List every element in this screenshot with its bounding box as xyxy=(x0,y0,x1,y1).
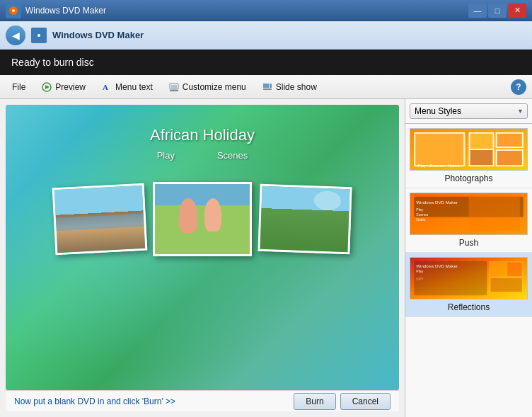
svg-rect-22 xyxy=(497,151,522,165)
landscape-thumbnail xyxy=(260,186,349,252)
svg-point-1 xyxy=(12,9,15,12)
svg-rect-17 xyxy=(470,134,493,149)
status-message: Now put a blank DVD in and click 'Burn' … xyxy=(14,396,175,406)
cancel-button[interactable]: Cancel xyxy=(340,393,391,410)
styles-list[interactable]: Play · Scenes · Notes Photographs xyxy=(405,124,532,417)
svg-text:Windows DVD Maker: Windows DVD Maker xyxy=(416,264,458,268)
movie-title: African Holiday xyxy=(150,126,255,144)
slide-show-button[interactable]: Slide show xyxy=(255,79,323,96)
svg-rect-15 xyxy=(415,134,463,165)
burn-button[interactable]: Burn xyxy=(294,393,335,410)
help-icon: ? xyxy=(516,82,521,92)
nav-bar: ◀ Windows DVD Maker xyxy=(0,21,532,50)
file-menu[interactable]: File xyxy=(6,79,32,95)
close-button[interactable]: ✕ xyxy=(508,4,526,18)
photographs-preview: Play · Scenes · Notes xyxy=(410,129,527,170)
svg-text:Notes: Notes xyxy=(416,217,426,222)
preview-area: African Holiday Play Scenes xyxy=(0,99,405,417)
file-label: File xyxy=(12,82,25,92)
svg-text:Scenes: Scenes xyxy=(416,212,429,217)
bottom-status: Now put a blank DVD in and click 'Burn' … xyxy=(6,390,399,411)
svg-text:Play: Play xyxy=(416,269,424,273)
menu-buttons: Play Scenes xyxy=(157,150,248,161)
maximize-button[interactable]: □ xyxy=(488,4,507,18)
svg-text:A: A xyxy=(103,83,108,91)
reflections-label: Reflections xyxy=(410,302,528,312)
svg-rect-38 xyxy=(507,263,522,276)
slide-show-label: Slide show xyxy=(276,82,317,92)
dvd-icon xyxy=(31,28,47,43)
svg-rect-37 xyxy=(490,263,505,276)
style-item-reflections[interactable]: Windows DVD Maker Play Play Reflections xyxy=(405,253,532,317)
slide-show-icon xyxy=(262,81,273,93)
svg-rect-10 xyxy=(263,84,269,88)
back-arrow-icon: ◀ xyxy=(12,30,20,41)
style-item-push[interactable]: Windows DVD Maker Play Scenes Notes Push xyxy=(405,188,532,253)
style-select-wrapper: Menu Styles xyxy=(410,103,528,119)
app-icon xyxy=(6,3,21,18)
preview-label: Preview xyxy=(55,82,86,92)
photographs-thumbnail: Play · Scenes · Notes xyxy=(410,128,528,171)
main-window: ◀ Windows DVD Maker Ready to burn disc F… xyxy=(0,21,532,417)
minimize-button[interactable]: — xyxy=(468,4,487,18)
menu-styles-select[interactable]: Menu Styles xyxy=(410,103,528,119)
help-button[interactable]: ? xyxy=(511,79,526,95)
customize-menu-label: Customize menu xyxy=(183,82,246,92)
window-controls: — □ ✕ xyxy=(468,4,526,18)
svg-rect-18 xyxy=(470,150,493,165)
thumbnail-2 xyxy=(153,182,252,256)
svg-text:Play: Play xyxy=(416,277,424,281)
ready-status: Ready to burn disc xyxy=(11,57,94,68)
style-item-photographs[interactable]: Play · Scenes · Notes Photographs xyxy=(405,124,532,188)
svg-text:Windows DVD Maker: Windows DVD Maker xyxy=(416,201,458,205)
customize-menu-button[interactable]: Customize menu xyxy=(162,79,253,96)
push-thumbnail: Windows DVD Maker Play Scenes Notes xyxy=(410,193,528,235)
thumbnail-1 xyxy=(52,183,148,256)
people-thumbnail xyxy=(155,184,250,254)
thumbnail-3 xyxy=(258,184,352,254)
preview-button[interactable]: Preview xyxy=(35,79,92,96)
photographs-label: Photographs xyxy=(410,173,528,183)
title-bar-left: Windows DVD Maker xyxy=(6,3,106,18)
push-preview: Windows DVD Maker Play Scenes Notes xyxy=(410,193,527,234)
svg-text:Play · Scenes · Notes: Play · Scenes · Notes xyxy=(417,164,459,168)
svg-rect-20 xyxy=(497,134,522,147)
reflections-thumbnail: Windows DVD Maker Play Play xyxy=(410,257,528,299)
back-button[interactable]: ◀ xyxy=(6,25,25,45)
dvd-preview: African Holiday Play Scenes xyxy=(6,105,399,390)
svg-rect-39 xyxy=(490,278,521,292)
menu-text-icon: A xyxy=(101,81,112,93)
app-title: Windows DVD Maker xyxy=(52,30,144,40)
play-button-label[interactable]: Play xyxy=(157,150,175,161)
svg-rect-11 xyxy=(270,84,272,88)
svg-marker-5 xyxy=(45,85,50,89)
svg-rect-12 xyxy=(263,88,272,90)
reflections-preview: Windows DVD Maker Play Play xyxy=(410,258,527,299)
beach-thumbnail xyxy=(54,185,145,253)
svg-text:Play: Play xyxy=(416,207,424,212)
toolbar: File Preview A Menu text xyxy=(0,75,532,99)
svg-point-3 xyxy=(37,34,40,37)
menu-text-button[interactable]: A Menu text xyxy=(95,79,159,96)
style-dropdown-container: Menu Styles xyxy=(405,99,532,124)
svg-rect-8 xyxy=(171,85,177,88)
customize-icon xyxy=(168,81,180,93)
content-area: African Holiday Play Scenes xyxy=(0,99,532,417)
status-bar: Ready to burn disc xyxy=(0,50,532,75)
menu-text-label: Menu text xyxy=(115,82,153,92)
push-label: Push xyxy=(410,238,528,248)
title-bar: Windows DVD Maker — □ ✕ xyxy=(0,0,532,21)
thumbnails-row xyxy=(54,182,351,256)
svg-rect-30 xyxy=(469,197,520,231)
action-buttons: Burn Cancel xyxy=(294,393,391,410)
svg-rect-9 xyxy=(170,90,178,91)
preview-icon xyxy=(41,81,52,93)
window-title: Windows DVD Maker xyxy=(25,6,106,16)
right-panel: Menu Styles xyxy=(405,99,532,417)
scenes-button-label[interactable]: Scenes xyxy=(217,150,248,161)
